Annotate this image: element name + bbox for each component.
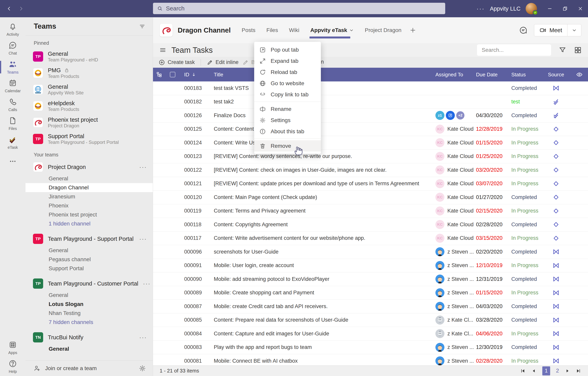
channel-item[interactable]: 7 hidden channels xyxy=(25,318,153,327)
task-row[interactable]: 000119Content: Terms and Privacy agreeme… xyxy=(153,204,588,218)
rail-item-help[interactable]: Help xyxy=(0,357,25,376)
tab-appvity-etask[interactable]: Appvity eTask xyxy=(310,17,354,43)
channel-item[interactable]: General xyxy=(25,174,153,183)
task-row[interactable]: 000121[REVIEW] Content: update prices pe… xyxy=(153,177,588,191)
restore-button[interactable] xyxy=(557,0,573,17)
task-title[interactable]: Content: Capture and edit images for Use… xyxy=(214,331,427,337)
channel-item[interactable]: Phoenix test project xyxy=(25,210,153,219)
user-avatar[interactable] xyxy=(526,3,537,14)
menu-item-remove[interactable]: Remove xyxy=(254,140,321,151)
task-row[interactable]: 000090Mobile: add streaming potocol to E… xyxy=(153,272,588,286)
channel-item[interactable]: Nhan Testing xyxy=(25,309,153,318)
select-all-checkbox[interactable] xyxy=(166,72,180,77)
filter-icon[interactable] xyxy=(139,23,146,30)
menu-item-expand-tab[interactable]: Expand tab xyxy=(254,55,321,66)
menu-item-copy-link-to-tab[interactable]: Copy link to tab xyxy=(254,89,321,100)
channel-item[interactable]: Phoenix xyxy=(25,201,153,210)
task-row[interactable]: 000083Play with the app and report bugs … xyxy=(153,341,588,355)
task-title[interactable]: Content: Prepare real data for screensho… xyxy=(214,317,427,323)
task-row[interactable]: 000117Content: Write advertisement conte… xyxy=(153,232,588,245)
team-more-options-icon[interactable]: ··· xyxy=(143,280,151,287)
task-title[interactable]: Mobile: Connect BE with AI chatbox xyxy=(214,358,427,364)
task-row[interactable]: 000126Finalize Docsz1+204/30/2020Complet… xyxy=(153,109,588,122)
board-view-grid-icon[interactable] xyxy=(574,46,582,54)
titlebar-more-icon[interactable]: ··· xyxy=(472,5,490,12)
rail-item-files[interactable]: Files xyxy=(0,114,25,133)
team-row[interactable]: TPTeam Playground - Support Portal··· xyxy=(25,232,153,246)
task-title[interactable]: Mobile: add streaming potocol to ExoVide… xyxy=(214,276,427,282)
pager-last-icon[interactable] xyxy=(576,368,581,374)
pager-page-1[interactable]: 1 xyxy=(542,366,550,376)
global-search-input[interactable]: Search xyxy=(153,3,445,14)
task-row[interactable]: 000120Content: Main Page content (Check … xyxy=(153,191,588,204)
task-title[interactable]: Mobile: create Credit card tab and API r… xyxy=(214,303,427,310)
task-row[interactable]: 000123[REVIEW] Content: wordy sentences,… xyxy=(153,150,588,163)
rail-item-etask[interactable]: eTask xyxy=(0,133,25,152)
create-task-button[interactable]: Create task xyxy=(158,59,195,66)
task-title[interactable]: Content: Main Page content (Check update… xyxy=(214,194,427,200)
task-row[interactable]: 000089Mobile: Create shopping cart and P… xyxy=(153,286,588,300)
channel-item[interactable]: General xyxy=(25,246,153,255)
task-row[interactable]: 000084Content: Capture and edit images f… xyxy=(153,327,588,341)
team-row[interactable]: TPTeam Playground - Customer Portal··· xyxy=(25,277,153,291)
task-title[interactable]: Play with the app and report bugs to tea… xyxy=(214,344,427,350)
team-more-options-icon[interactable]: ··· xyxy=(139,236,147,242)
task-title[interactable]: Mobile: User login, create account xyxy=(214,262,427,269)
task-title[interactable]: screenshots for User-Guide xyxy=(214,249,427,255)
tab-project-dragon[interactable]: Project Dragon xyxy=(365,17,401,43)
menu-item-reload-tab[interactable]: Reload tab xyxy=(254,66,321,78)
channel-item[interactable]: 1 hidden channel xyxy=(25,219,153,228)
menu-item-pop-out-tab[interactable]: Pop out tab xyxy=(254,44,321,55)
column-header-id[interactable]: ID xyxy=(180,72,214,78)
teams-settings-gear-icon[interactable] xyxy=(139,365,146,372)
column-header-due-date[interactable]: Due Date xyxy=(470,72,505,78)
rail-item-teams[interactable]: Teams xyxy=(0,58,25,76)
team-more-options-icon[interactable]: ··· xyxy=(139,334,147,341)
channel-item[interactable]: General xyxy=(25,291,153,300)
pinned-channel-item[interactable]: eHelpdeskTeam Products xyxy=(25,98,153,114)
pager-prev-icon[interactable] xyxy=(531,368,536,374)
hierarchy-tree-icon[interactable] xyxy=(153,71,166,78)
pinned-channel-item[interactable]: GeneralAppvity Web Site xyxy=(25,81,153,98)
task-title[interactable]: Mobile: Create shopping cart and Payment xyxy=(214,290,427,296)
tab-wiki[interactable]: Wiki xyxy=(289,17,299,43)
team-more-options-icon[interactable]: ··· xyxy=(139,164,147,170)
task-title[interactable]: [REVIEW] Content: update prices per down… xyxy=(214,181,427,187)
team-row[interactable]: TNTrucBui Notify··· xyxy=(25,330,153,344)
channel-item[interactable]: Pegasus channel xyxy=(25,255,153,264)
rail-item-more[interactable] xyxy=(0,152,25,171)
menu-item-about-this-tab[interactable]: About this tab xyxy=(254,126,321,137)
hamburger-icon[interactable] xyxy=(159,46,166,54)
pinned-channel-item[interactable]: PMGTeam Products xyxy=(25,65,153,81)
pager-page-2[interactable]: 2 xyxy=(556,368,559,374)
channel-item[interactable]: General xyxy=(25,344,153,354)
task-row[interactable]: 000096screenshots for User-Guidez Steven… xyxy=(153,245,588,259)
rail-item-calls[interactable]: Calls xyxy=(0,95,25,114)
task-row[interactable]: 000081Mobile: Connect BE with AI chatbox… xyxy=(153,354,588,365)
close-button[interactable] xyxy=(573,0,588,17)
meet-dropdown-chevron-icon[interactable] xyxy=(567,28,581,33)
task-title[interactable]: Content: Terms and Privacy agreement xyxy=(214,208,427,214)
column-visibility-eye-icon[interactable] xyxy=(571,71,588,78)
task-row[interactable]: 000183test task VSTSCompleted xyxy=(153,81,588,95)
channel-item-selected[interactable]: Dragon Channel xyxy=(25,183,153,192)
task-row[interactable]: 000124Content: Write UseKCKate Cloud01/1… xyxy=(153,136,588,150)
task-title[interactable]: Content: Copyrights Agreement xyxy=(214,222,427,228)
tab-files[interactable]: Files xyxy=(266,17,278,43)
pinned-channel-item[interactable]: Phoenix test projectProject Dragon xyxy=(25,114,153,131)
channel-item[interactable]: Jiranesium xyxy=(25,192,153,201)
tasks-search-input[interactable] xyxy=(477,44,551,56)
rail-item-activity[interactable]: Activity xyxy=(0,20,25,39)
channel-item[interactable]: Lotus Slogan xyxy=(25,300,153,309)
column-header-assigned-to[interactable]: Assigned To xyxy=(427,72,470,78)
task-row[interactable]: 000087Mobile: create Credit card tab and… xyxy=(153,300,588,313)
task-row[interactable]: 000182test tak2test xyxy=(153,95,588,109)
org-name[interactable]: Appvity LLC xyxy=(490,5,521,12)
rail-item-chat[interactable]: Chat xyxy=(0,39,25,58)
channel-conversation-icon[interactable] xyxy=(519,26,527,34)
team-row[interactable]: Project Dragon··· xyxy=(25,160,153,174)
rail-item-calendar[interactable]: Calendar xyxy=(0,76,25,95)
forward-icon[interactable] xyxy=(19,6,23,11)
add-tab-icon[interactable] xyxy=(409,27,416,34)
pinned-channel-item[interactable]: TPSupport PortalTeam Playground - Suppor… xyxy=(25,131,153,147)
